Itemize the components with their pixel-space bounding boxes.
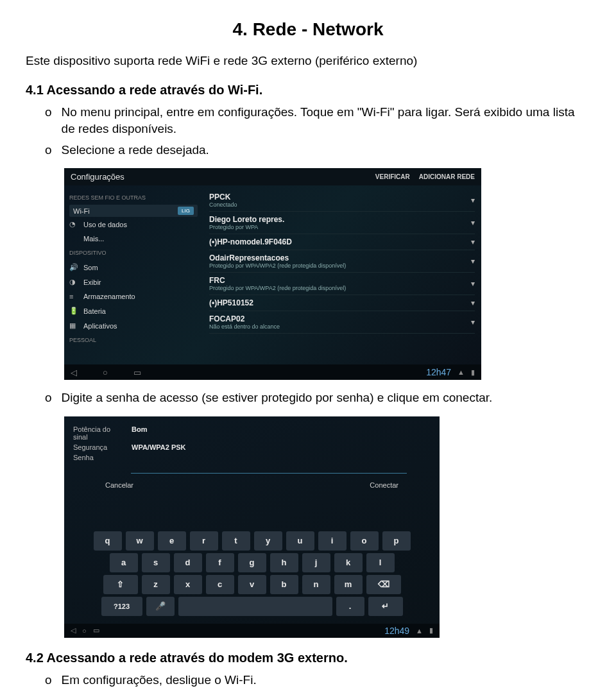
bullet-text: Em configurações, desligue o Wi-Fi. bbox=[62, 672, 257, 689]
wifi-signal-icon: ▾ bbox=[471, 237, 475, 246]
keyboard-key[interactable]: 🎤 bbox=[146, 597, 175, 616]
wifi-signal-icon: ▾ bbox=[471, 298, 475, 307]
keyboard-key[interactable]: ⇧ bbox=[103, 575, 138, 594]
network-item[interactable]: (•)HP510152▾ bbox=[209, 295, 475, 311]
network-status: Conectado bbox=[209, 201, 237, 208]
security-label: Segurança bbox=[73, 443, 121, 451]
keyboard-key[interactable]: s bbox=[142, 553, 170, 572]
back-icon[interactable]: ◁ bbox=[71, 368, 77, 377]
bullet-mark: o bbox=[45, 104, 52, 138]
keyboard-key[interactable]: g bbox=[238, 553, 266, 572]
clock-display: 12h47 bbox=[426, 367, 451, 377]
keyboard-key[interactable]: p bbox=[382, 531, 411, 551]
keyboard-key[interactable]: v bbox=[238, 575, 266, 594]
sidebar-item-data-usage[interactable]: ◔Uso de dados bbox=[69, 217, 198, 232]
sidebar-item-wifi[interactable]: Wi-Fi LIG bbox=[69, 205, 198, 217]
network-item[interactable]: (•)HP-nomodel.9F046D▾ bbox=[209, 234, 475, 250]
signal-value: Bom bbox=[132, 425, 147, 441]
network-item[interactable]: FRCProtegido por WPA/WPA2 (rede protegid… bbox=[209, 273, 475, 295]
connect-button[interactable]: Conectar bbox=[370, 481, 398, 489]
keyboard-key[interactable]: ↵ bbox=[368, 597, 403, 616]
keyboard-key[interactable]: e bbox=[158, 531, 186, 551]
bullet-mark: o bbox=[45, 389, 52, 407]
network-item[interactable]: PPCKConectado▾ bbox=[209, 189, 475, 212]
back-icon[interactable]: ◁ bbox=[71, 626, 76, 635]
keyboard-key[interactable]: r bbox=[190, 531, 218, 551]
keyboard-key[interactable]: t bbox=[222, 531, 250, 551]
battery-status-icon: ▮ bbox=[429, 626, 433, 635]
keyboard-key[interactable]: o bbox=[350, 531, 379, 551]
network-item[interactable]: OdairRepresentacoesProtegido por WPA/WPA… bbox=[209, 250, 475, 273]
keyboard-key[interactable]: ?123 bbox=[101, 597, 142, 616]
sidebar-item-battery[interactable]: 🔋Bateria bbox=[69, 304, 198, 318]
sidebar-item-display[interactable]: ◑Exibir bbox=[69, 275, 198, 289]
keyboard-key[interactable]: i bbox=[318, 531, 346, 551]
home-icon[interactable]: ○ bbox=[103, 368, 108, 377]
password-input[interactable] bbox=[131, 464, 407, 474]
keyboard-key[interactable]: ⌫ bbox=[366, 575, 401, 594]
keyboard-key[interactable]: f bbox=[206, 553, 234, 572]
network-name: FRC bbox=[209, 276, 346, 285]
wifi-toggle-on[interactable]: LIG bbox=[178, 207, 194, 215]
battery-status-icon: ▮ bbox=[471, 368, 475, 377]
wifi-status-icon: ▲ bbox=[416, 627, 423, 635]
sidebar-header: PESSOAL bbox=[69, 337, 198, 343]
keyboard-key[interactable]: x bbox=[174, 575, 202, 594]
keyboard-key[interactable]: z bbox=[142, 575, 170, 594]
spacebar-key[interactable] bbox=[178, 597, 332, 616]
network-item[interactable]: Diego Loreto repres.Protegido por WPA▾ bbox=[209, 212, 475, 234]
battery-icon: 🔋 bbox=[69, 307, 78, 315]
network-item[interactable]: FOCAP02Não está dentro do alcance▾ bbox=[209, 311, 475, 334]
network-name: FOCAP02 bbox=[209, 314, 280, 323]
verify-action[interactable]: VERIFICAR bbox=[375, 173, 410, 180]
nav-bar: ◁ ○ ▭ 12h47 ▲ ▮ bbox=[64, 364, 481, 380]
keyboard-key[interactable]: b bbox=[270, 575, 298, 594]
settings-sidebar: REDES SEM FIO E OUTRAS Wi-Fi LIG ◔Uso de… bbox=[64, 185, 203, 365]
keyboard-key[interactable]: q bbox=[94, 531, 122, 551]
sidebar-item-sound[interactable]: 🔊Som bbox=[69, 260, 198, 275]
screenshot-topbar: Configurações VERIFICAR ADICIONAR REDE bbox=[64, 168, 481, 185]
keyboard-key[interactable]: h bbox=[270, 553, 298, 572]
bullet-item: oSelecione a rede desejada. bbox=[45, 142, 590, 159]
wifi-signal-icon: ▾ bbox=[471, 318, 475, 327]
network-list: PPCKConectado▾Diego Loreto repres.Proteg… bbox=[203, 185, 481, 365]
home-icon[interactable]: ○ bbox=[82, 627, 87, 635]
keyboard-key[interactable]: m bbox=[334, 575, 363, 594]
keyboard-key[interactable]: k bbox=[334, 553, 363, 572]
bullet-text: Selecione a rede desejada. bbox=[62, 142, 209, 159]
wifi-label: Wi-Fi bbox=[73, 207, 90, 215]
action-row: VERIFICAR ADICIONAR REDE bbox=[375, 173, 475, 180]
settings-title: Configurações bbox=[71, 172, 124, 182]
onscreen-keyboard: qwertyuiop asdfghjkl ⇧zxcvbnm⌫ ?123🎤.↵ bbox=[64, 525, 440, 622]
sidebar-item-storage[interactable]: ≡Armazenamento bbox=[69, 289, 198, 304]
wifi-signal-icon: ▾ bbox=[471, 218, 475, 227]
add-network-action[interactable]: ADICIONAR REDE bbox=[419, 173, 475, 180]
keyboard-key[interactable]: c bbox=[206, 575, 234, 594]
display-icon: ◑ bbox=[69, 278, 78, 286]
keyboard-key[interactable]: n bbox=[302, 575, 330, 594]
wifi-signal-icon: ▾ bbox=[471, 196, 475, 205]
cancel-button[interactable]: Cancelar bbox=[105, 481, 133, 489]
recent-icon[interactable]: ▭ bbox=[93, 626, 99, 635]
bullet-mark: o bbox=[45, 142, 52, 159]
network-name: (•)HP510152 bbox=[209, 298, 253, 307]
keyboard-key[interactable]: y bbox=[254, 531, 282, 551]
recent-icon[interactable]: ▭ bbox=[133, 368, 141, 377]
keyboard-key[interactable]: l bbox=[366, 553, 395, 572]
subsection-4-2: 4.2 Acessando a rede através do modem 3G… bbox=[26, 651, 590, 665]
network-status: Protegido por WPA bbox=[209, 224, 284, 230]
sidebar-item-more[interactable]: Mais... bbox=[69, 232, 198, 246]
wifi-status-icon: ▲ bbox=[458, 368, 465, 376]
sidebar-item-apps[interactable]: ▦Aplicativos bbox=[69, 318, 198, 333]
keyboard-key[interactable]: d bbox=[174, 553, 202, 572]
keyboard-key[interactable]: . bbox=[336, 597, 364, 616]
keyboard-key[interactable]: a bbox=[110, 553, 138, 572]
network-status: Protegido por WPA/WPA2 (rede protegida d… bbox=[209, 262, 346, 269]
screenshot-wifi-settings: Configurações VERIFICAR ADICIONAR REDE R… bbox=[64, 168, 481, 380]
subsection-4-1: 4.1 Acessando a rede através do Wi-Fi. bbox=[26, 83, 590, 98]
network-name: PPCK bbox=[209, 193, 237, 201]
keyboard-key[interactable]: u bbox=[286, 531, 314, 551]
keyboard-key[interactable]: j bbox=[302, 553, 330, 572]
keyboard-key[interactable]: w bbox=[126, 531, 154, 551]
bullet-mark: o bbox=[45, 672, 52, 689]
